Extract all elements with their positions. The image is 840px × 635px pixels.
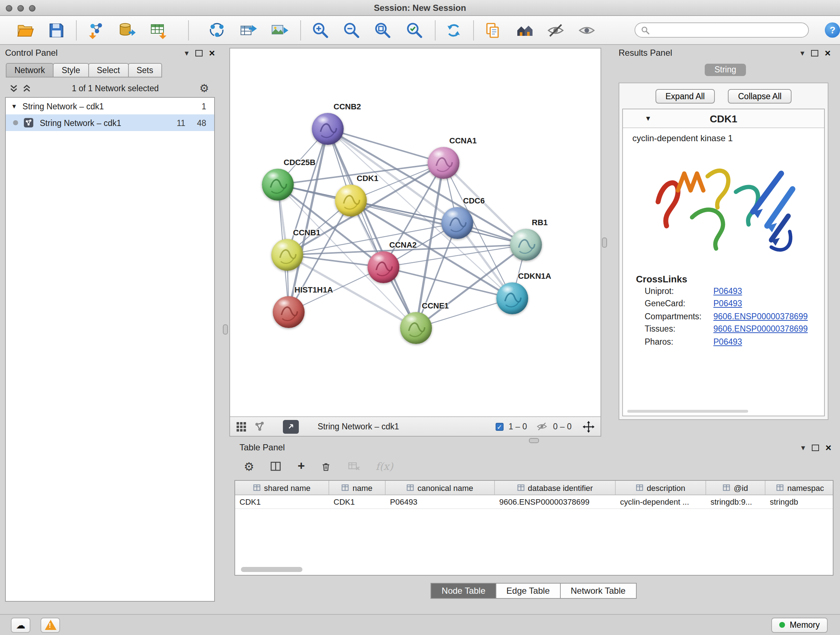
import-network-database-button[interactable] xyxy=(116,19,137,41)
tab-style[interactable]: Style xyxy=(53,63,88,78)
import-table-file-button[interactable] xyxy=(148,19,169,41)
network-node-RB1[interactable] xyxy=(510,229,542,261)
export-table-button[interactable] xyxy=(237,19,259,41)
help-button[interactable]: ? xyxy=(825,22,840,38)
splitter-handle[interactable] xyxy=(602,238,607,248)
column-header-description[interactable]: description xyxy=(616,481,706,494)
collapse-all-icon[interactable] xyxy=(9,84,18,93)
warnings-button[interactable]: ! xyxy=(41,617,60,632)
column-header--id[interactable]: @id xyxy=(706,481,766,494)
expand-all-icon[interactable] xyxy=(22,84,31,93)
network-node-CDK1[interactable] xyxy=(335,185,367,217)
network-edge-CCNB2-CCNE1[interactable] xyxy=(328,129,416,328)
table-cell[interactable]: CDK1 xyxy=(235,495,329,508)
close-panel-icon[interactable]: × xyxy=(825,49,831,57)
network-glyph-button[interactable] xyxy=(254,421,265,432)
network-node-HIST1H1A[interactable] xyxy=(273,296,305,328)
network-status-dot-icon xyxy=(13,120,18,125)
zoom-selected-button[interactable] xyxy=(404,19,425,41)
network-edge-CCNB2-HIST1H1A[interactable] xyxy=(289,129,328,312)
crosslink-link[interactable]: 9606.ENSP00000378699 xyxy=(714,325,808,333)
column-header-shared-name[interactable]: shared name xyxy=(235,481,329,494)
show-columns-button[interactable] xyxy=(270,460,283,473)
table-settings-gear-icon[interactable]: ⚙ xyxy=(244,459,254,473)
crosslink-link[interactable]: P06493 xyxy=(714,337,742,346)
zoom-out-button[interactable] xyxy=(341,19,362,41)
collapse-all-button[interactable]: Collapse All xyxy=(728,89,791,103)
network-node-CCNE1[interactable] xyxy=(400,312,432,344)
share-network-icon xyxy=(254,421,265,432)
panel-menu-icon[interactable]: ▾ xyxy=(801,443,805,452)
tab-network[interactable]: Network xyxy=(6,63,54,78)
float-panel-icon[interactable] xyxy=(811,50,818,56)
selected-checkbox[interactable]: ✓ xyxy=(496,423,504,431)
panel-menu-icon[interactable]: ▾ xyxy=(185,48,189,57)
network-node-CCNA2[interactable] xyxy=(368,251,399,283)
tab-node-table[interactable]: Node Table xyxy=(431,583,496,599)
column-header-database-identifier[interactable]: database identifier xyxy=(495,481,616,494)
network-canvas[interactable]: CCNB2CCNA1CDC25BCDK1CDC6RB1CCNB1CCNA2CDK… xyxy=(230,49,600,416)
network-edge-CCNB2-CCNA1[interactable] xyxy=(328,129,444,163)
tab-string[interactable]: String xyxy=(705,63,745,76)
network-node-CDC6[interactable] xyxy=(441,207,473,239)
pan-move-icon[interactable] xyxy=(583,420,595,432)
table-cell[interactable]: stringdb:9... xyxy=(706,495,766,508)
zoom-fit-button[interactable] xyxy=(372,19,393,41)
column-header-name[interactable]: name xyxy=(329,481,386,494)
tree-expanded-icon[interactable]: ▾ xyxy=(12,102,16,110)
cloud-status-button[interactable]: ☁ xyxy=(11,617,30,632)
table-cell[interactable]: stringdb xyxy=(766,495,834,508)
export-image-button[interactable] xyxy=(269,19,290,41)
tab-edge-table[interactable]: Edge Table xyxy=(496,583,561,599)
column-header-namespac[interactable]: namespac xyxy=(766,481,834,494)
crosslink-link[interactable]: P06493 xyxy=(714,287,742,295)
table-horizontal-scrollbar[interactable] xyxy=(241,567,302,572)
crosslink-link[interactable]: P06493 xyxy=(714,299,742,308)
tab-network-table[interactable]: Network Table xyxy=(560,583,637,599)
network-row[interactable]: String Network – cdk1 11 48 xyxy=(6,114,214,131)
float-panel-icon[interactable] xyxy=(195,50,202,56)
float-panel-icon[interactable] xyxy=(812,444,819,451)
refresh-button[interactable] xyxy=(443,19,464,41)
gear-icon[interactable]: ⚙ xyxy=(199,82,209,95)
delete-column-button[interactable] xyxy=(320,460,332,472)
crosslink-link[interactable]: 9606.ENSP00000378699 xyxy=(714,312,808,321)
import-network-file-button[interactable] xyxy=(86,19,107,41)
open-view-button[interactable] xyxy=(283,420,299,433)
graphics-details-button[interactable] xyxy=(545,19,566,41)
grid-view-button[interactable] xyxy=(236,421,247,432)
search-input[interactable] xyxy=(653,25,803,35)
column-header-canonical-name[interactable]: canonical name xyxy=(386,481,495,494)
network-collection-row[interactable]: ▾ String Network – cdk1 1 xyxy=(6,98,214,114)
tab-select[interactable]: Select xyxy=(88,63,129,78)
open-session-button[interactable] xyxy=(14,19,36,41)
close-panel-icon[interactable]: × xyxy=(826,444,831,451)
birds-eye-button[interactable] xyxy=(576,19,598,41)
table-cell[interactable]: cyclin-dependent ... xyxy=(616,495,706,508)
first-neighbors-button[interactable] xyxy=(514,19,535,41)
network-node-CCNB1[interactable] xyxy=(271,239,303,271)
network-node-CDC25B[interactable] xyxy=(262,169,294,201)
close-panel-icon[interactable]: × xyxy=(209,49,215,57)
zoom-selected-icon xyxy=(406,21,424,40)
add-column-button[interactable]: + xyxy=(298,459,305,473)
save-session-button[interactable] xyxy=(46,19,67,41)
collapse-section-icon[interactable]: ▾ xyxy=(646,114,650,123)
expand-all-button[interactable]: Expand All xyxy=(655,89,715,103)
duplicate-network-button[interactable] xyxy=(482,19,504,41)
panel-menu-icon[interactable]: ▾ xyxy=(801,48,805,57)
memory-button[interactable]: Memory xyxy=(772,617,828,632)
table-cell[interactable]: 9606.ENSP00000378699 xyxy=(495,495,616,508)
tab-sets[interactable]: Sets xyxy=(128,63,162,78)
table-cell[interactable]: P06493 xyxy=(386,495,495,508)
network-node-CDKN1A[interactable] xyxy=(496,282,528,314)
zoom-in-button[interactable] xyxy=(310,19,332,41)
new-network-button[interactable] xyxy=(207,19,228,41)
splitter-handle[interactable] xyxy=(223,325,228,334)
network-node-CCNB2[interactable] xyxy=(312,113,344,145)
table-cell[interactable]: CDK1 xyxy=(329,495,386,508)
network-node-CCNA1[interactable] xyxy=(428,147,459,179)
results-panel-title: Results Panel xyxy=(619,48,672,58)
results-scrollbar[interactable] xyxy=(627,410,748,413)
table-row[interactable]: CDK1CDK1P064939606.ENSP00000378699cyclin… xyxy=(235,495,833,509)
